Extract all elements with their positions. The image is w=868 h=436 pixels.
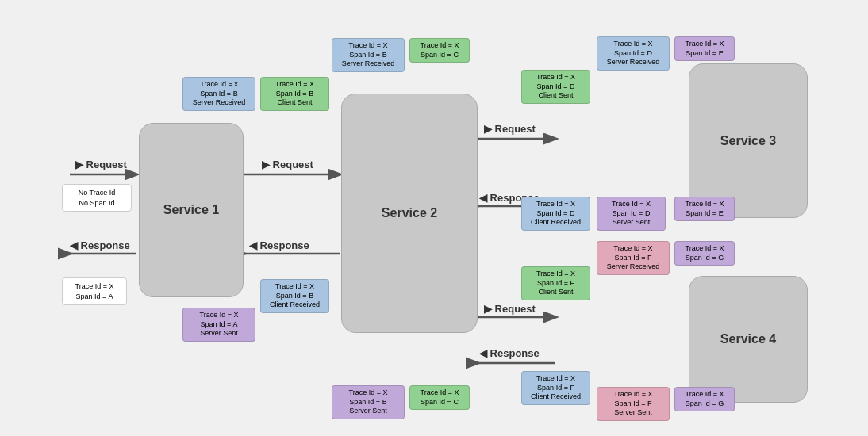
s4-g-bot: Trace Id = XSpan Id = G [674, 387, 735, 411]
no-trace-box: No Trace IdNo Span Id [62, 184, 132, 212]
service1-label: Service 1 [163, 203, 219, 217]
s3-d-client-received: Trace Id = XSpan Id = DClient Received [521, 197, 590, 231]
s1-server-sent: Trace Id = XSpan Id = AServer Sent [182, 308, 255, 342]
service2-box: Service 2 [341, 94, 478, 333]
request-label-2: ▶ Request [262, 159, 313, 170]
diagram: Service 1 Service 2 Service 3 Service 4 … [0, 0, 868, 436]
s1-client-received: Trace Id = XSpan Id = BClient Received [260, 279, 329, 313]
s4-f-server-received: Trace Id = XSpan Id = FServer Received [597, 241, 670, 275]
service3-label: Service 3 [720, 134, 776, 148]
service1-box: Service 1 [139, 123, 244, 297]
request-label-3: ▶ Request [484, 123, 536, 135]
s3-e-top: Trace Id = XSpan Id = E [674, 36, 735, 61]
s4-g-top: Trace Id = XSpan Id = G [674, 241, 735, 266]
service2-label: Service 2 [382, 206, 437, 220]
request-label-4: ▶ Request [484, 303, 536, 315]
response-label-1: ◀ Response [70, 239, 130, 251]
service4-label: Service 4 [720, 332, 776, 346]
s3-d-server-sent: Trace Id = XSpan Id = DServer Sent [597, 197, 666, 231]
s3-e-bot: Trace Id = XSpan Id = E [674, 197, 735, 221]
s2-bot-spanc: Trace Id = XSpan Id = C [409, 385, 470, 410]
s2-bot-server-sent: Trace Id = XSpan Id = BServer Sent [332, 385, 405, 419]
s2-top-spanc: Trace Id = XSpan Id = C [409, 38, 470, 63]
s4-f-client-received: Trace Id = XSpan Id = FClient Received [521, 371, 590, 405]
response-label-2: ◀ Response [249, 239, 309, 251]
s3-d-server-received: Trace Id = XSpan Id = DServer Received [597, 36, 670, 71]
s1-client-sent: Trace Id = XSpan Id = BClient Sent [260, 77, 329, 111]
service4-box: Service 4 [689, 276, 808, 403]
s3-d-client-sent: Trace Id = XSpan Id = DClient Sent [521, 70, 590, 104]
trace-a-box: Trace Id = XSpan Id = A [62, 277, 127, 305]
service3-box: Service 3 [689, 63, 808, 218]
response-label-4: ◀ Response [479, 347, 540, 359]
request-label-1: ▶ Request [75, 159, 127, 170]
s1-server-received: Trace Id = xSpan Id = BServer Received [182, 77, 255, 111]
s4-f-client-sent: Trace Id = XSpan Id = FClient Sent [521, 266, 590, 300]
s4-f-server-sent: Trace Id = XSpan Id = FServer Sent [597, 387, 670, 421]
s2-top-server-received: Trace Id = XSpan Id = BServer Received [332, 38, 405, 72]
